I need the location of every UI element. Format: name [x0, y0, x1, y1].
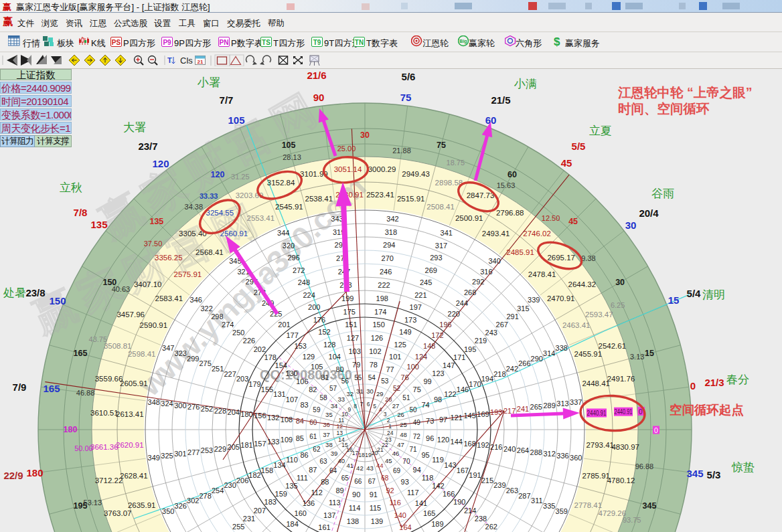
svg-text:65: 65: [341, 474, 349, 482]
svg-text:2538.41: 2538.41: [305, 195, 333, 203]
svg-text:22: 22: [382, 442, 388, 448]
svg-text:228: 228: [214, 407, 226, 415]
svg-text:15: 15: [668, 294, 680, 306]
svg-text:34.38: 34.38: [185, 203, 204, 211]
svg-text:291: 291: [506, 313, 518, 321]
svg-text:95: 95: [421, 451, 429, 459]
svg-text:359: 359: [556, 507, 568, 515]
svg-text:176: 176: [313, 316, 325, 324]
svg-text:146: 146: [457, 385, 469, 393]
svg-text:2746.02: 2746.02: [523, 230, 551, 238]
svg-text:199: 199: [341, 294, 354, 302]
svg-text:345: 345: [643, 501, 657, 511]
svg-text:2455.91: 2455.91: [574, 350, 603, 358]
svg-text:92: 92: [386, 486, 394, 495]
svg-text:小署: 小署: [197, 76, 220, 89]
svg-text:195: 195: [464, 345, 476, 353]
svg-text:221: 221: [414, 291, 426, 299]
svg-text:83: 83: [300, 401, 308, 409]
svg-text:238: 238: [475, 515, 487, 523]
svg-text:90: 90: [352, 491, 360, 499]
svg-text:115: 115: [370, 504, 382, 512]
svg-text:19: 19: [365, 452, 372, 458]
svg-text:112: 112: [311, 489, 323, 497]
svg-text:266: 266: [518, 359, 530, 367]
svg-text:12: 12: [337, 423, 343, 430]
svg-text:110: 110: [286, 456, 298, 464]
svg-text:119: 119: [432, 456, 444, 464]
svg-text:3661.36: 3661.36: [90, 443, 119, 451]
svg-text:132: 132: [267, 414, 279, 422]
svg-text:114: 114: [349, 504, 361, 512]
svg-text:267: 267: [496, 321, 508, 329]
svg-text:299: 299: [187, 355, 199, 363]
svg-text:326: 326: [175, 502, 187, 510]
svg-text:2793.41: 2793.41: [586, 441, 614, 449]
svg-text:101: 101: [389, 353, 401, 361]
svg-text:215: 215: [481, 476, 493, 484]
svg-text:137: 137: [323, 511, 335, 519]
svg-text:20/4: 20/4: [639, 207, 659, 219]
svg-text:180: 180: [240, 410, 252, 418]
svg-text:138: 138: [347, 517, 359, 525]
svg-text:21.88: 21.88: [392, 147, 411, 155]
svg-text:229: 229: [214, 445, 226, 453]
svg-text:30: 30: [366, 387, 374, 395]
svg-text:37: 37: [323, 431, 330, 438]
svg-text:348: 348: [148, 398, 160, 406]
svg-text:129: 129: [303, 353, 315, 361]
svg-text:156: 156: [254, 412, 266, 420]
svg-text:123: 123: [432, 369, 444, 377]
svg-text:23/8: 23/8: [25, 287, 45, 298]
svg-text:42: 42: [356, 464, 364, 472]
svg-text:207: 207: [254, 507, 266, 515]
svg-text:300: 300: [174, 402, 186, 410]
svg-text:5: 5: [373, 403, 376, 410]
svg-text:347: 347: [162, 344, 174, 352]
svg-text:120: 120: [152, 158, 169, 169]
svg-text:96.88: 96.88: [635, 462, 654, 470]
svg-text:117: 117: [407, 489, 419, 497]
svg-text:107: 107: [286, 395, 298, 404]
svg-text:106: 106: [296, 377, 308, 385]
svg-text:301: 301: [174, 450, 186, 458]
svg-text:220: 220: [448, 310, 460, 318]
svg-text:35: 35: [325, 411, 333, 418]
svg-text:3051.14: 3051.14: [334, 165, 362, 173]
svg-text:32: 32: [347, 390, 354, 397]
svg-text:60: 60: [507, 170, 517, 179]
svg-text:Big: Big: [459, 39, 467, 44]
svg-text:322: 322: [200, 304, 212, 313]
svg-text:242: 242: [506, 365, 518, 373]
svg-text:2545.91: 2545.91: [275, 203, 303, 211]
svg-text:288: 288: [530, 448, 542, 456]
svg-text:287: 287: [518, 492, 530, 500]
svg-text:57: 57: [329, 385, 337, 392]
svg-text:113: 113: [329, 499, 341, 507]
svg-text:3457.96: 3457.96: [116, 311, 145, 319]
svg-text:342: 342: [386, 215, 398, 223]
svg-text:69: 69: [393, 467, 401, 474]
svg-text:2628.41: 2628.41: [120, 472, 148, 480]
svg-text:96: 96: [426, 434, 434, 442]
svg-text:141: 141: [415, 499, 427, 507]
svg-text:23/7: 23/7: [138, 141, 157, 152]
svg-text:124: 124: [415, 353, 427, 361]
svg-text:85: 85: [296, 434, 304, 442]
svg-text:大署: 大署: [123, 121, 146, 134]
svg-text:1: 1: [388, 423, 392, 430]
svg-text:175: 175: [343, 308, 356, 316]
svg-text:3254.55: 3254.55: [206, 209, 234, 217]
svg-text:231: 231: [243, 515, 255, 523]
svg-text:4729.26: 4729.26: [599, 509, 627, 517]
svg-text:149: 149: [399, 328, 411, 336]
svg-text:2440.91: 2440.91: [615, 408, 633, 416]
svg-text:294: 294: [383, 241, 395, 249]
svg-text:120: 120: [211, 170, 225, 179]
svg-text:201: 201: [278, 321, 290, 329]
svg-text:360: 360: [570, 454, 582, 462]
svg-text:2491.76: 2491.76: [607, 375, 635, 383]
svg-text:346: 346: [190, 296, 202, 304]
svg-text:立秋: 立秋: [60, 181, 82, 194]
svg-text:3: 3: [384, 411, 387, 418]
